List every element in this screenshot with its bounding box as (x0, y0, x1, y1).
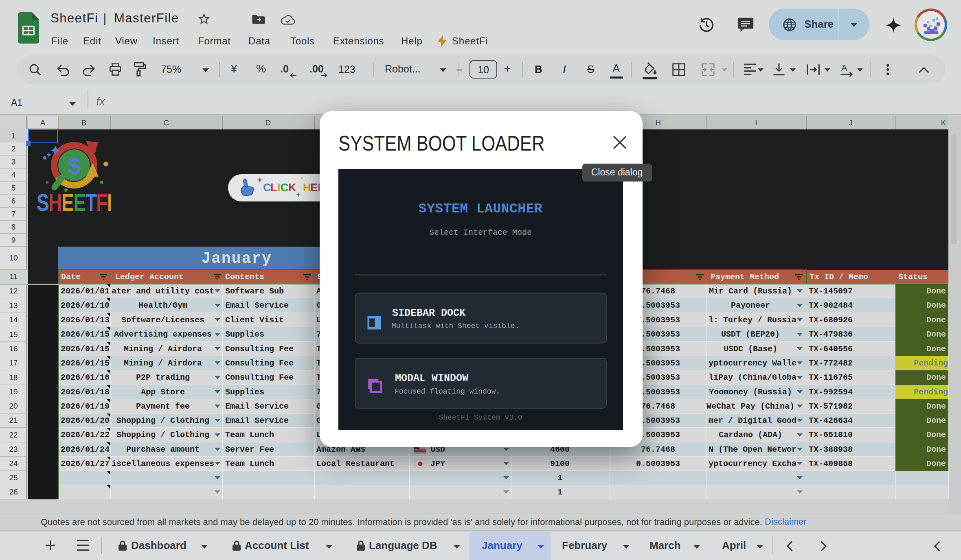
svg-text:A: A (841, 63, 847, 73)
svg-text:$: $ (68, 153, 81, 179)
